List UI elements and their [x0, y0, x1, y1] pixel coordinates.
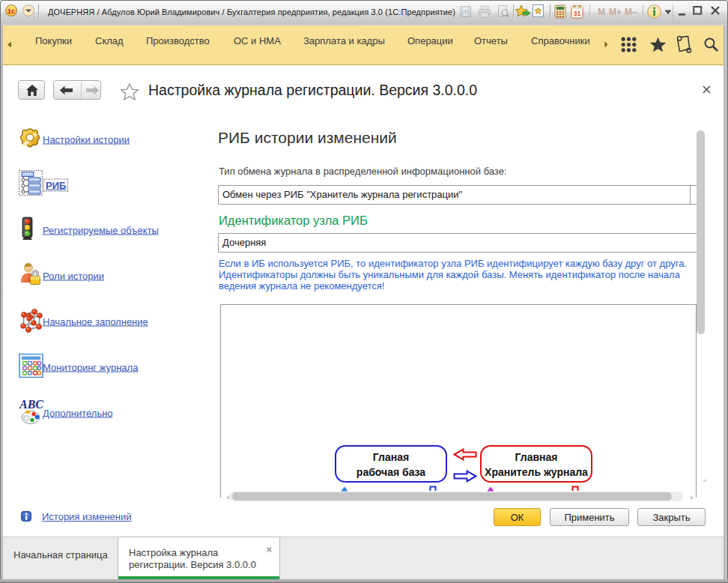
- svg-text:ABC: ABC: [19, 398, 43, 411]
- svg-text:31: 31: [573, 10, 580, 17]
- svg-text:1c: 1c: [7, 7, 15, 15]
